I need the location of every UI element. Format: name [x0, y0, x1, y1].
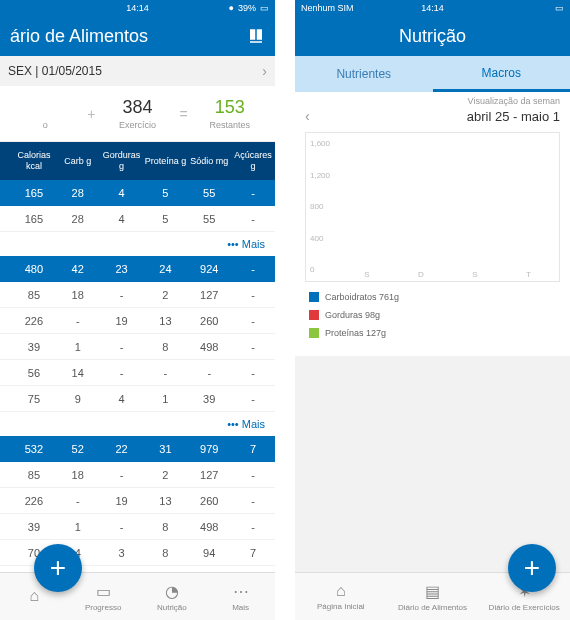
tab-nutricao[interactable]: ◔Nutrição: [138, 573, 207, 620]
nutrient-table-header: Calorias kcal Carb g Gorduras g Proteína…: [0, 142, 275, 180]
legend-item: Proteínas 127g: [309, 328, 556, 338]
status-bar: 14:14 ● 39% ▭: [0, 0, 275, 16]
remaining-value: 153: [191, 97, 269, 118]
col-carb: Carb g: [56, 156, 100, 167]
col-gorduras: Gorduras g: [100, 150, 144, 172]
seg-macros[interactable]: Macros: [433, 56, 571, 92]
chart-x-labels: SDST: [340, 270, 555, 279]
app-header: ário de Alimentos: [0, 16, 275, 56]
more-icon: ⋯: [233, 582, 249, 601]
tab-mais[interactable]: ⋯Mais: [206, 573, 275, 620]
page-title: Nutrição: [399, 26, 466, 47]
col-proteina: Proteína g: [143, 156, 187, 167]
status-time: 14:14: [421, 3, 444, 13]
date-navigator[interactable]: SEX | 01/05/2015 ›: [0, 56, 275, 86]
tab-pagina-inicial[interactable]: ⌂Página Inicial: [295, 573, 387, 620]
exercise-value: 384: [98, 97, 176, 118]
tab-diario-alimentos[interactable]: ▤Diário de Alimentos: [387, 573, 479, 620]
status-carrier: Nenhum SIM: [301, 3, 354, 13]
add-fab[interactable]: +: [34, 544, 82, 592]
week-navigator: ‹ abril 25 - maio 1: [295, 106, 570, 132]
food-row[interactable]: 391-8498-: [0, 514, 275, 540]
chevron-right-icon[interactable]: ›: [262, 63, 267, 79]
date-label: SEX | 01/05/2015: [8, 64, 102, 78]
meal-total-row: 5325222319797: [0, 436, 275, 462]
food-row[interactable]: 7594139-: [0, 386, 275, 412]
status-time: 14:14: [126, 3, 149, 13]
food-row[interactable]: 8518-2127-: [0, 282, 275, 308]
food-row[interactable]: 226-1913260-: [0, 308, 275, 334]
remaining-col: 153 Restantes: [191, 97, 269, 130]
exercise-col: 384 Exercício: [98, 97, 176, 130]
app-header: Nutrição: [295, 16, 570, 56]
col-acucares: Açúcares g: [231, 150, 275, 172]
home-icon: ⌂: [336, 582, 346, 600]
chart-icon: ▭: [96, 582, 111, 601]
segment-tabs: Nutrientes Macros: [295, 56, 570, 92]
book-icon[interactable]: [247, 27, 265, 45]
status-battery: ● 39% ▭: [229, 3, 269, 13]
food-row[interactable]: 391-8498-: [0, 334, 275, 360]
tab-progresso[interactable]: ▭Progresso: [69, 573, 138, 620]
view-label: Visualização da seman: [295, 92, 570, 106]
goal-col: o: [6, 97, 84, 130]
food-row[interactable]: 165284555-: [0, 206, 275, 232]
food-diary-screen: 14:14 ● 39% ▭ ário de Alimentos SEX | 01…: [0, 0, 275, 620]
add-fab[interactable]: +: [508, 544, 556, 592]
status-right: ▭: [555, 3, 564, 13]
food-row[interactable]: 5614----: [0, 360, 275, 386]
chart-legend: Carboidratos 761gGorduras 98gProteínas 1…: [295, 282, 570, 356]
more-link[interactable]: Mais: [0, 412, 275, 436]
status-bar: Nenhum SIM 14:14 ▭: [295, 0, 570, 16]
legend-item: Carboidratos 761g: [309, 292, 556, 302]
col-calorias: Calorias kcal: [12, 150, 56, 172]
nutrition-screen: Nenhum SIM 14:14 ▭ Nutrição Nutrientes M…: [295, 0, 570, 620]
food-row[interactable]: 226-1913260-: [0, 488, 275, 514]
meal-total-row: 165284555-: [0, 180, 275, 206]
week-range: abril 25 - maio 1: [467, 109, 560, 124]
exercise-label: Exercício: [98, 120, 176, 130]
seg-nutrientes[interactable]: Nutrientes: [295, 56, 433, 92]
remaining-label: Restantes: [191, 120, 269, 130]
eq-op: =: [177, 106, 191, 122]
goal-label: o: [6, 120, 84, 130]
page-title: ário de Alimentos: [10, 26, 148, 47]
food-row[interactable]: 8518-2127-: [0, 462, 275, 488]
legend-item: Gorduras 98g: [309, 310, 556, 320]
calorie-summary: o + 384 Exercício = 153 Restantes: [0, 86, 275, 142]
prev-week-icon[interactable]: ‹: [305, 108, 310, 124]
macros-chart: 04008001,2001,600 SDST: [305, 132, 560, 282]
more-link[interactable]: Mais: [0, 232, 275, 256]
meal-sections: 165284555-165284555-Mais480422324924-851…: [0, 180, 275, 592]
food-diary-icon: ▤: [425, 582, 440, 601]
plus-op: +: [84, 106, 98, 122]
meal-total-row: 480422324924-: [0, 256, 275, 282]
home-icon: ⌂: [30, 587, 40, 605]
pie-icon: ◔: [165, 582, 179, 601]
goal-value: [6, 97, 84, 118]
col-sodio: Sódio mg: [187, 156, 231, 167]
